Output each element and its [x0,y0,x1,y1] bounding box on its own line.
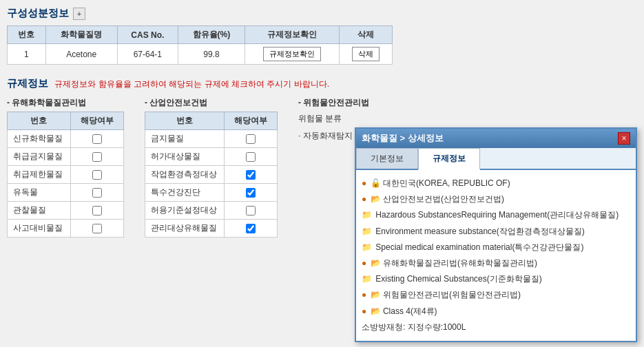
composition-table: 번호 화학물질명 CAS No. 함유율(%) 규제정보확인 삭제 1 Acet… [7,25,393,65]
list-item: 유독물 [8,184,124,202]
col-header-cas: CAS No. [117,26,178,44]
ind-label: 허가대상물질 [145,148,225,166]
haz-label: 신규화학물질 [8,130,71,148]
tree-industrial-law: ● 📂 산업안전보건법(산업안전보건법) [362,191,630,207]
list-item: 관찰물질 [8,202,124,220]
haz-checkbox[interactable] [92,206,102,215]
modal-titlebar: 화학물질 > 상세정보 × [356,129,636,148]
list-item: 허용기준설정대상 [145,202,278,220]
regulation-title: 규제정보 [7,77,48,89]
ind-checkbox[interactable] [246,152,256,162]
haz-check-cell[interactable] [70,220,123,238]
composition-header: 구성성분정보 + [7,7,637,20]
haz-checkbox[interactable] [92,134,102,144]
cell-content: 99.8 [178,44,245,65]
haz-col-check: 해당여부 [70,112,123,130]
industrial-title: - 산업안전보건법 [145,97,278,109]
col-header-name: 화학물질명 [45,26,117,44]
col-header-no: 번호 [8,26,46,44]
haz-checkbox[interactable] [92,152,102,162]
haz-label: 취급금지물질 [8,148,71,166]
ind-label: 작업환경측정대상 [145,166,225,184]
haz-label: 유독물 [8,184,71,202]
ind-label: 금지물질 [145,130,225,148]
modal-close-button[interactable]: × [618,132,630,145]
ind-check-cell[interactable] [225,184,278,202]
haz-checkbox[interactable] [92,170,102,180]
ind-col-check: 해당여부 [225,112,278,130]
ind-label: 특수건강진단 [145,184,225,202]
haz-col-label: 번호 [8,112,71,130]
col-header-del: 삭제 [339,26,392,44]
list-item: 금지물질 [145,130,278,148]
modal-title: 화학물질 > 상세정보 [362,132,444,145]
list-item: 사고대비물질 [8,220,124,238]
tree-hazardous-mgmt: 📁 Hazardous SubstancesRequiring Manageme… [362,207,630,223]
list-item: 작업환경측정대상 [145,166,278,184]
col-header-reg: 규제정보확인 [245,26,339,44]
page-container: 구성성분정보 + 번호 화학물질명 CAS No. 함유율(%) 규제정보확인 … [0,0,644,347]
tab-regulation[interactable]: 규제정보 [418,148,480,170]
hazardous-table: 번호 해당여부 신규화학물질 취급금지물질 취급제한물질 유독물 관찰물질 사고… [7,112,124,238]
cell-reg-btn[interactable]: 규제정보확인 [245,44,339,65]
ind-checkbox[interactable] [246,188,256,198]
table-row: 1 Acetone 67-64-1 99.8 규제정보확인 삭제 [8,44,393,65]
modal-content: ● 🔓 대한민국(KOREA, REPUBLIC OF) ● 📂 산업안전보건법… [356,170,636,341]
composition-title: 구성성분정보 [7,7,69,20]
haz-check-cell[interactable] [70,148,123,166]
ind-checkbox[interactable] [246,224,256,233]
ind-label: 관리대상유해물질 [145,220,225,238]
tree-existing-chem: 📁 Existing Chemical Substances(기준화학물질) [362,271,630,287]
cell-cas: 67-64-1 [117,44,178,65]
industrial-subsection: - 산업안전보건법 번호 해당여부 금지물질 허가대상물질 작업환경측정대상 특… [145,97,278,238]
cell-name: Acetone [45,44,117,65]
modal-tabs: 기본정보 규제정보 [356,148,636,170]
delete-button[interactable]: 삭제 [352,47,380,61]
ind-check-cell[interactable] [225,220,278,238]
list-item: 관리대상유해물질 [145,220,278,238]
ind-col-label: 번호 [145,112,225,130]
tab-basic[interactable]: 기본정보 [356,148,418,169]
reg-confirm-button[interactable]: 규제정보확인 [263,47,321,61]
ind-checkbox[interactable] [246,134,256,144]
haz-check-cell[interactable] [70,130,123,148]
tree-class4: ● 📂 Class 4(제4류) [362,304,630,319]
haz-check-cell[interactable] [70,166,123,184]
cell-del-btn[interactable]: 삭제 [339,44,392,65]
list-item: 취급제한물질 [8,166,124,184]
col-header-content: 함유율(%) [178,26,245,44]
danger-subtitle: 위험물 분류 [298,112,637,126]
cell-no: 1 [8,44,46,65]
ind-label: 허용기준설정대상 [145,202,225,220]
haz-checkbox[interactable] [92,224,102,233]
list-item: 허가대상물질 [145,148,278,166]
haz-check-cell[interactable] [70,202,123,220]
tree-special-medical: 📁 Special medical examination material(특… [362,240,630,255]
regulation-notice: 규제정보와 함유율을 고려하여 해당되는 규제에 체크하여 주시기 바랍니다. [54,79,329,89]
tree-hazardchem-law: ● 📂 유해화학물질관리법(유해화학물질관리법) [362,255,630,271]
industrial-table: 번호 해당여부 금지물질 허가대상물질 작업환경측정대상 특수건강진단 허용기준… [145,112,278,238]
tree-env-measure: 📁 Environment measure substance(작업환경측정대상… [362,224,630,240]
add-composition-button[interactable]: + [73,8,85,20]
ind-checkbox[interactable] [246,170,256,180]
ind-check-cell[interactable] [225,202,278,220]
hazardous-subsection: - 유해화학물질관리법 번호 해당여부 신규화학물질 취급금지물질 취급제한물질… [7,97,124,238]
ind-checkbox[interactable] [246,206,256,215]
list-item: 특수건강진단 [145,184,278,202]
haz-label: 사고대비물질 [8,220,71,238]
haz-checkbox[interactable] [92,188,102,198]
tree-fire-dept: 소방방재청: 지정수량:1000L [362,319,630,335]
tree-danger-law: ● 📂 위험물안전관리법(위험물안전관리법) [362,287,630,303]
list-item: 취급금지물질 [8,148,124,166]
ind-check-cell[interactable] [225,166,278,184]
haz-check-cell[interactable] [70,184,123,202]
haz-label: 취급제한물질 [8,166,71,184]
ind-check-cell[interactable] [225,148,278,166]
hazardous-title: - 유해화학물질관리법 [7,97,124,109]
list-item: 신규화학물질 [8,130,124,148]
ind-check-cell[interactable] [225,130,278,148]
danger-title: - 위험물안전관리법 [298,97,637,109]
tree-root: ● 🔓 대한민국(KOREA, REPUBLIC OF) [362,176,630,191]
haz-label: 관찰물질 [8,202,71,220]
detail-modal: 화학물질 > 상세정보 × 기본정보 규제정보 ● 🔓 대한민국(KOREA, … [355,127,637,342]
